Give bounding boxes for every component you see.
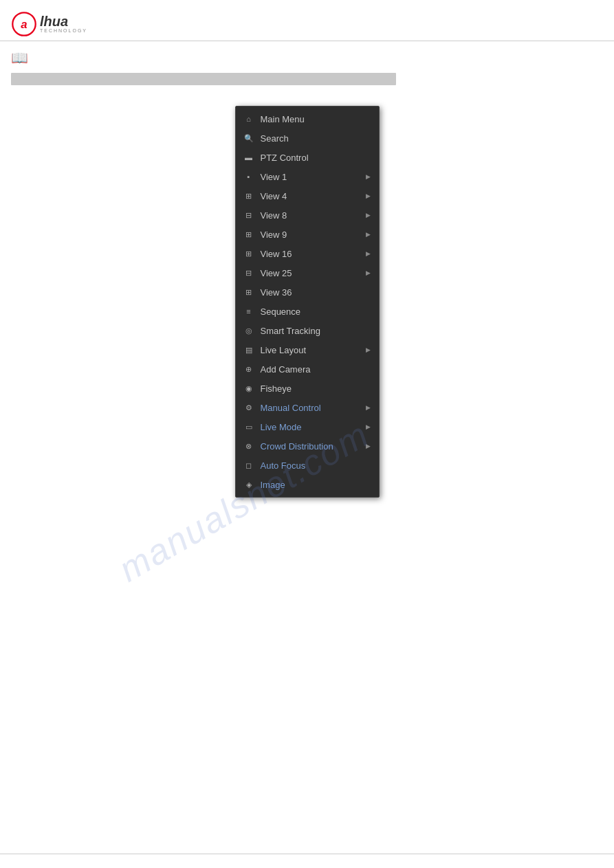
dahua-logo-icon: a	[11, 11, 37, 37]
menu-label-smart-tracking: Smart Tracking	[261, 326, 371, 336]
search-icon: 🔍	[243, 132, 255, 144]
submenu-arrow-crowd-distribution: ▶	[366, 443, 371, 449]
menu-label-auto-focus: Auto Focus	[261, 460, 371, 471]
view1-icon: ▪	[243, 170, 255, 183]
menu-label-view-8: View 8	[261, 210, 363, 221]
menu-item-view-1[interactable]: ▪View 1▶	[236, 167, 379, 186]
menu-label-live-mode: Live Mode	[261, 422, 363, 432]
sequence-icon: ≡	[243, 305, 255, 318]
menu-item-smart-tracking[interactable]: ◎Smart Tracking	[236, 321, 379, 340]
submenu-arrow-view-16: ▶	[366, 250, 371, 257]
menu-label-manual-control: Manual Control	[261, 403, 363, 413]
submenu-arrow-view-25: ▶	[366, 269, 371, 276]
logo: a lhua TECHNOLOGY	[11, 11, 87, 37]
menu-item-auto-focus[interactable]: ◻Auto Focus	[236, 456, 379, 475]
submenu-arrow-view-4: ▶	[366, 192, 371, 199]
menu-item-view-16[interactable]: ⊞View 16▶	[236, 244, 379, 263]
submenu-arrow-live-mode: ▶	[366, 423, 371, 430]
submenu-arrow-view-8: ▶	[366, 212, 371, 219]
home-icon: ⌂	[243, 113, 255, 125]
view16-icon: ⊞	[243, 247, 255, 260]
menu-item-sequence[interactable]: ≡Sequence	[236, 302, 379, 321]
menu-label-sequence: Sequence	[261, 307, 371, 317]
menu-item-crowd-distribution[interactable]: ⊗Crowd Distribution▶	[236, 436, 379, 456]
menu-label-add-camera: Add Camera	[261, 364, 371, 375]
menu-label-main-menu: Main Menu	[261, 114, 371, 124]
menu-item-manual-control[interactable]: ⚙Manual Control▶	[236, 398, 379, 417]
book-icon: 📖	[11, 50, 28, 65]
menu-item-fisheye[interactable]: ◉Fisheye	[236, 379, 379, 398]
livemode-icon: ▭	[243, 421, 255, 433]
menu-item-view-9[interactable]: ⊞View 9▶	[236, 225, 379, 244]
menu-item-add-camera[interactable]: ⊕Add Camera	[236, 359, 379, 379]
menu-item-search[interactable]: 🔍Search	[236, 129, 379, 148]
book-section: 📖	[0, 41, 614, 70]
view9-icon: ⊞	[243, 228, 255, 241]
addcamera-icon: ⊕	[243, 363, 255, 375]
menu-label-view-4: View 4	[261, 191, 363, 201]
autofocus-icon: ◻	[243, 459, 255, 471]
menu-item-live-layout[interactable]: ▤Live Layout▶	[236, 340, 379, 359]
ptz-icon: ▬	[243, 151, 255, 164]
menu-label-view-36: View 36	[261, 287, 371, 298]
manualcontrol-icon: ⚙	[243, 401, 255, 414]
submenu-arrow-view-9: ▶	[366, 231, 371, 238]
menu-label-view-25: View 25	[261, 268, 363, 278]
view8-icon: ⊟	[243, 209, 255, 221]
menu-label-view-9: View 9	[261, 230, 363, 240]
menu-label-search: Search	[261, 133, 371, 144]
livelayout-icon: ▤	[243, 344, 255, 356]
menu-item-view-4[interactable]: ⊞View 4▶	[236, 186, 379, 205]
footer-line	[0, 854, 614, 854]
context-menu: ⌂Main Menu🔍Search▬PTZ Control▪View 1▶⊞Vi…	[235, 106, 380, 498]
menu-label-fisheye: Fisheye	[261, 383, 371, 394]
menu-label-image: Image	[261, 480, 371, 490]
submenu-arrow-manual-control: ▶	[366, 404, 371, 411]
menu-label-crowd-distribution: Crowd Distribution	[261, 441, 363, 452]
menu-label-live-layout: Live Layout	[261, 345, 363, 355]
menu-item-view-36[interactable]: ⊞View 36	[236, 282, 379, 302]
view25-icon: ⊟	[243, 267, 255, 279]
view4-icon: ⊞	[243, 190, 255, 202]
smarttrack-icon: ◎	[243, 324, 255, 337]
crowd-icon: ⊗	[243, 440, 255, 452]
image-icon: ◈	[243, 478, 255, 491]
svg-text:a: a	[21, 18, 27, 31]
view36-icon: ⊞	[243, 286, 255, 298]
gray-bar	[11, 73, 396, 85]
menu-item-main-menu[interactable]: ⌂Main Menu	[236, 109, 379, 129]
submenu-arrow-live-layout: ▶	[366, 346, 371, 353]
fisheye-icon: ◉	[243, 382, 255, 394]
menu-item-view-8[interactable]: ⊟View 8▶	[236, 205, 379, 225]
menu-item-ptz-control[interactable]: ▬PTZ Control	[236, 148, 379, 167]
dahua-wordmark: lhua TECHNOLOGY	[40, 14, 87, 33]
context-menu-wrapper: ⌂Main Menu🔍Search▬PTZ Control▪View 1▶⊞Vi…	[0, 99, 614, 498]
submenu-arrow-view-1: ▶	[366, 173, 371, 180]
menu-label-view-1: View 1	[261, 172, 363, 182]
menu-label-ptz-control: PTZ Control	[261, 153, 371, 163]
menu-item-live-mode[interactable]: ▭Live Mode▶	[236, 417, 379, 436]
menu-item-image[interactable]: ◈Image	[236, 475, 379, 494]
menu-item-view-25[interactable]: ⊟View 25▶	[236, 263, 379, 282]
header: a lhua TECHNOLOGY	[0, 0, 614, 41]
menu-label-view-16: View 16	[261, 249, 363, 259]
